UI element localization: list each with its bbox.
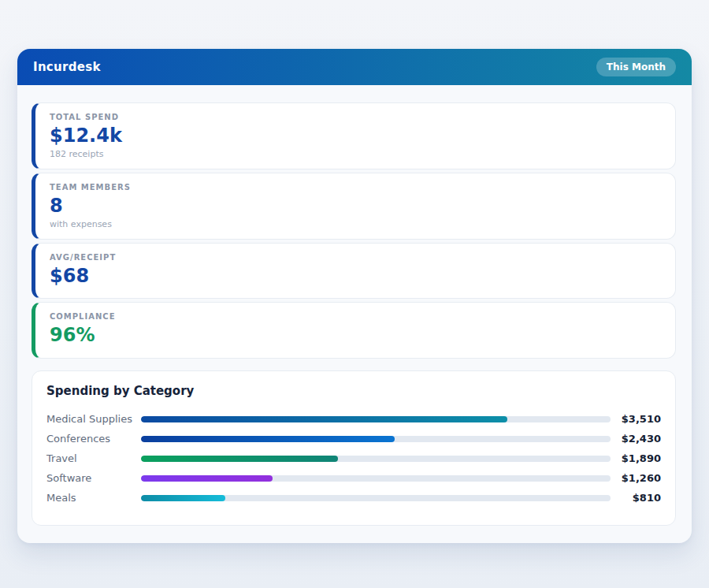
category-value: $1,260: [611, 472, 661, 484]
dashboard-card: Incurdesk This Month TOTAL SPEND $12.4k …: [17, 49, 692, 543]
bar-track: [141, 436, 611, 442]
category-label: Travel: [46, 452, 141, 464]
chart-title: Spending by Category: [46, 384, 661, 398]
stat-label: AVG/RECEIPT: [50, 253, 661, 262]
category-label: Medical Supplies: [46, 413, 141, 425]
category-label: Software: [46, 472, 141, 484]
stat-value: $68: [50, 265, 661, 288]
stat-sub: with expenses: [50, 219, 661, 229]
this-month-badge[interactable]: This Month: [596, 58, 676, 76]
category-value: $3,510: [611, 413, 661, 425]
stat-card-total-spend: TOTAL SPEND $12.4k 182 receipts: [32, 102, 676, 169]
bar-track: [141, 416, 611, 422]
bar-track: [141, 495, 611, 501]
stat-sub: 182 receipts: [50, 149, 661, 159]
bar-fill: [141, 456, 338, 462]
bar-track: [141, 456, 611, 462]
stat-value: 96%: [50, 324, 661, 347]
category-value: $2,430: [611, 433, 661, 445]
bar-fill: [141, 475, 273, 482]
bar-track: [141, 475, 611, 482]
stat-card-team-members: TEAM MEMBERS 8 with expenses: [32, 173, 676, 240]
stat-card-avg-receipt: AVG/RECEIPT $68: [32, 243, 676, 300]
bar-row: Meals $810: [46, 488, 661, 508]
stat-label: COMPLIANCE: [50, 312, 661, 321]
bar-fill: [141, 436, 395, 442]
bar-row: Travel $1,890: [46, 448, 661, 468]
app-title: Incurdesk: [33, 60, 101, 74]
category-label: Meals: [46, 492, 141, 504]
spending-by-category-card: Spending by Category Medical Supplies $3…: [32, 370, 676, 526]
category-bar-list: Medical Supplies $3,510 Conferences $2,4…: [46, 409, 661, 508]
stat-value: $12.4k: [50, 125, 661, 147]
stat-card-compliance: COMPLIANCE 96%: [32, 302, 676, 359]
stat-value: 8: [50, 195, 661, 218]
dashboard-content: TOTAL SPEND $12.4k 182 receipts TEAM MEM…: [17, 85, 692, 543]
bar-row: Conferences $2,430: [46, 429, 661, 448]
category-label: Conferences: [46, 433, 141, 445]
bar-row: Software $1,260: [46, 468, 661, 488]
category-value: $810: [611, 492, 661, 504]
category-value: $1,890: [611, 452, 661, 464]
bar-row: Medical Supplies $3,510: [46, 409, 661, 429]
stat-label: TOTAL SPEND: [50, 113, 661, 121]
stat-label: TEAM MEMBERS: [50, 183, 661, 192]
app-header: Incurdesk This Month: [17, 49, 692, 85]
bar-fill: [141, 495, 225, 501]
bar-fill: [141, 416, 507, 422]
